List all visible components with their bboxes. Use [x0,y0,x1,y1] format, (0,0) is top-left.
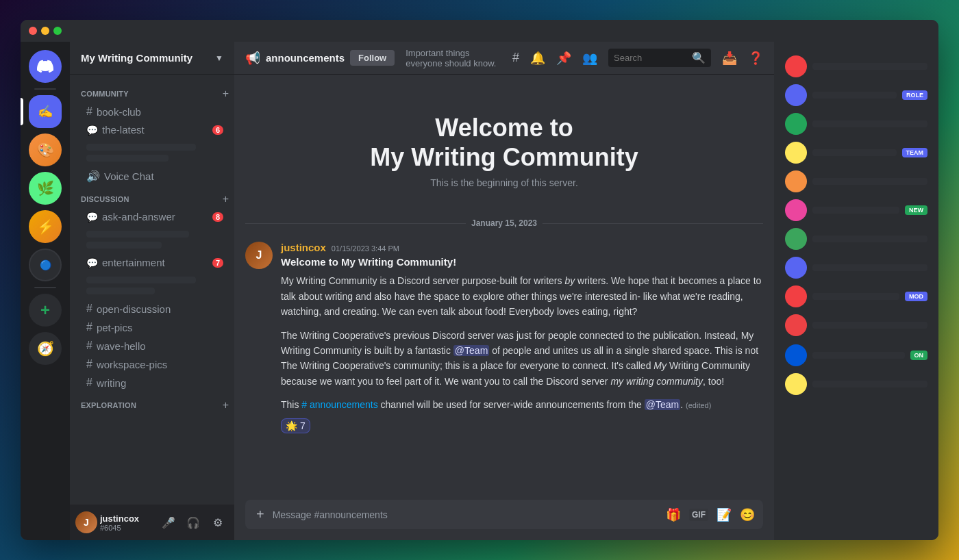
message-avatar: J [245,242,273,269]
text-channel-icon: # [86,377,92,389]
member-item-blurred-1 [780,53,933,80]
user-info: justincox #6045 [100,513,155,532]
category-community[interactable]: COMMUNITY + [70,86,234,102]
announcements-channel-link[interactable]: # announcements [301,399,377,410]
message-input[interactable] [273,501,660,529]
forum-channel-icon-ent: 💬 [86,257,98,268]
window-controls [29,27,62,35]
reaction-container: 🌟 7 [281,413,763,433]
channel-badge: 7 [212,258,223,268]
server-icon-2[interactable]: 🎨 [29,133,62,166]
message-paragraph-1: My Writing Community is a Discord server… [281,273,763,319]
member-item-blurred-2: ROLE [780,81,933,109]
channel-item-workspace-pics[interactable]: # workspace-pics [75,355,229,373]
category-exploration[interactable]: EXPLORATION + [70,397,234,413]
follow-button[interactable]: Follow [350,50,395,66]
reaction-count: 7 [300,420,306,431]
search-input[interactable] [614,53,688,63]
server-list: ✍ 🎨 🌿 ⚡ 🔵 + 🧭 [21,42,70,540]
member-item-blurred-12 [780,370,933,398]
server-icon-4[interactable]: ⚡ [29,210,62,243]
member-item-blurred-11: ON [780,342,933,369]
voice-channel-item[interactable]: 🔊 Voice Chat [75,167,229,186]
add-server-button[interactable]: + [29,294,62,327]
gif-icon[interactable]: GIF [689,509,708,521]
emoji-icon[interactable]: 😊 [740,507,755,522]
help-icon[interactable]: ❓ [748,51,763,66]
server-name-header[interactable]: My Writing Community ▼ [70,42,234,75]
channel-name: open-discussion [97,303,223,315]
chat-area: 📢 announcements Follow Important things … [234,42,774,540]
headset-button[interactable]: 🎧 [182,511,204,533]
members-icon[interactable]: 👥 [582,51,597,66]
channel-item-the-latest[interactable]: 💬 the-latest 6 [75,121,229,138]
add-channel-community-icon[interactable]: + [223,88,229,99]
team-mention[interactable]: @Team [453,345,489,356]
inbox-icon[interactable]: 📥 [722,51,737,66]
add-channel-exploration-icon[interactable]: + [223,400,229,411]
user-controls: 🎤 🎧 ⚙ [158,511,229,533]
text-channel-icon: # [86,340,92,352]
username: justincox [100,513,155,524]
announcements-icon: 📢 [245,51,260,66]
writing-community-server-item[interactable]: ✍ [29,95,62,128]
channel-item-book-club[interactable]: # book-club [75,103,229,120]
server-icon-3[interactable]: 🌿 [29,172,62,205]
channel-header-name: announcements [266,52,345,64]
blurred-channel-1 [75,139,229,166]
minimize-button[interactable] [41,27,49,35]
text-channel-icon: # [86,303,92,315]
date-divider-text: January 15, 2023 [471,218,537,228]
writing-community-icon: ✍ [29,95,62,128]
title-bar [21,20,938,42]
channel-item-wave-hello[interactable]: # wave-hello [75,337,229,355]
channel-item-writing[interactable]: # writing [75,374,229,392]
member-badge-4: MOD [905,292,927,301]
explore-servers-button[interactable]: 🧭 [29,332,62,365]
message-paragraph-3: This # announcements channel will be use… [281,397,763,412]
sticker-icon[interactable]: 📝 [717,507,732,522]
channel-name: the-latest [102,124,212,136]
pin-icon[interactable]: 📌 [556,51,571,66]
member-badge-5: ON [910,351,928,360]
member-badge-2: TEAM [902,148,928,157]
gift-icon[interactable]: 🎁 [666,507,681,522]
active-indicator [21,98,23,125]
members-panel: ROLE TEAM NEW [774,42,938,540]
member-item-blurred-3 [780,110,933,138]
microphone-button[interactable]: 🎤 [158,511,179,533]
channel-item-entertainment[interactable]: 💬 entertainment 7 [75,254,229,271]
chat-messages: Welcome to My Writing Community This is … [234,75,774,500]
member-item-blurred-9: MOD [780,283,933,310]
team-mention-2[interactable]: @Team [645,399,680,410]
add-attachment-button[interactable]: + [253,500,267,529]
channel-list: My Writing Community ▼ COMMUNITY + # boo… [70,42,234,540]
blurred-channel-2 [75,226,229,253]
forum-channel-icon: 💬 [86,125,98,136]
search-bar[interactable]: 🔍 [608,49,711,67]
channel-item-open-discussion[interactable]: # open-discussion [75,300,229,318]
blurred-channel-3 [75,272,229,299]
close-button[interactable] [29,27,37,35]
category-discussion[interactable]: DISCUSSION + [70,191,234,207]
app-window: ✍ 🎨 🌿 ⚡ 🔵 + 🧭 My Writing Community ▼ [21,20,938,540]
forum-channel-icon: 💬 [86,212,98,222]
add-channel-discussion-icon[interactable]: + [223,194,229,205]
channel-badge: 8 [212,212,223,222]
reaction-item[interactable]: 🌟 7 [281,418,310,433]
server-icon-5[interactable]: 🔵 [29,249,62,281]
message-author[interactable]: justincox [281,242,326,253]
member-badge-3: NEW [905,205,927,215]
discord-server-item[interactable] [29,50,62,83]
maximize-button[interactable] [53,27,62,35]
main-layout: ✍ 🎨 🌿 ⚡ 🔵 + 🧭 My Writing Community ▼ [21,42,938,540]
settings-button[interactable]: ⚙ [207,511,229,533]
channel-name: book-club [97,106,223,118]
channel-item-ask-and-answer[interactable]: 💬 ask-and-answer 8 [75,208,229,225]
category-discussion-label: DISCUSSION [81,195,129,203]
threads-icon[interactable]: # [512,51,519,65]
channel-item-pet-pics[interactable]: # pet-pics [75,318,229,336]
server-separator-2 [34,287,56,288]
notifications-icon[interactable]: 🔔 [530,51,545,66]
message-title: Welcome to My Writing Community! [281,256,763,268]
